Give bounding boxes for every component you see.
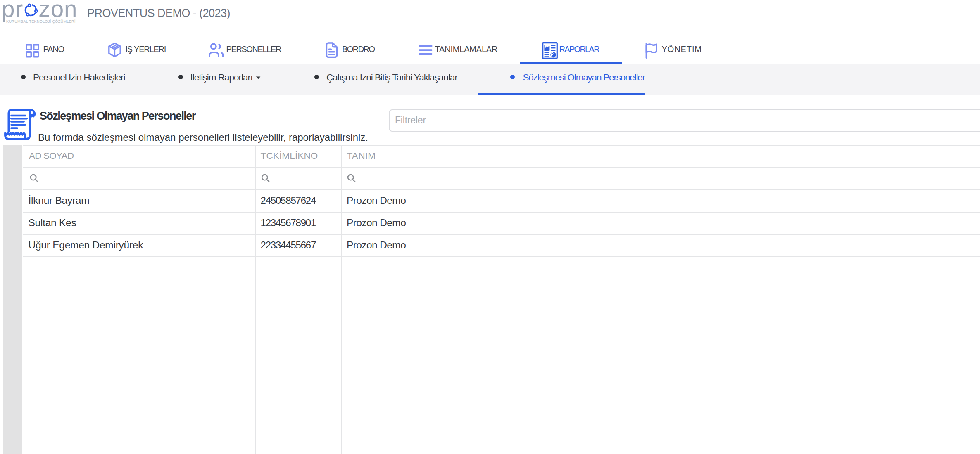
grid-line — [639, 145, 640, 454]
nav-item-tanimlamalar[interactable]: TANIMLAMALAR — [435, 45, 498, 53]
menu-lines-icon — [419, 44, 433, 56]
nav-item-personeller[interactable]: PERSONELLER — [226, 45, 281, 53]
grid-line — [23, 145, 980, 146]
cell-ad-soyad: Uğur Egemen Demiryürek — [29, 240, 143, 251]
users-icon — [208, 43, 224, 58]
caret-down-icon[interactable] — [256, 76, 261, 79]
subnav-bar — [0, 64, 980, 95]
cell-ad-soyad: İlknur Bayram — [29, 196, 90, 206]
bullet-icon — [510, 75, 515, 79]
grid-line — [255, 145, 256, 454]
report-icon — [542, 42, 558, 59]
nav-item-raporlar[interactable]: RAPORLAR — [559, 45, 599, 53]
grid-left-strip — [3, 145, 22, 454]
network-circle-icon — [24, 3, 38, 17]
brand-logo[interactable]: przon — [2, 0, 78, 21]
flag-icon — [645, 42, 659, 59]
subnav-item-personel-izin-hakedisleri[interactable]: Personel İzin Hakedişleri — [33, 73, 125, 83]
search-icon[interactable] — [30, 174, 39, 183]
cell-tanim: Prozon Demo — [347, 196, 406, 206]
grid-line — [23, 167, 980, 168]
logo-text-post: zon — [38, 0, 77, 22]
grid-icon — [26, 44, 39, 58]
cell-tckimlikno: 22334455667 — [261, 240, 316, 250]
column-header-tanim[interactable]: TANIM — [347, 151, 376, 161]
subnav-item-calisma-izni-bitis[interactable]: Çalışma İzni Bitiş Tarihi Yaklaşanlar — [326, 73, 457, 83]
app-root: { "colors": { "accent_blue": "#2e5fe0", … — [0, 0, 980, 454]
grid-line — [341, 145, 342, 454]
cell-tckimlikno: 12345678901 — [261, 218, 316, 228]
cell-tckimlikno: 24505857624 — [261, 196, 316, 206]
page-title: Sözleşmesi Olmayan Personeller — [40, 111, 195, 122]
bullet-icon — [178, 75, 183, 79]
nav-item-yonetim[interactable]: YÖNETİM — [662, 45, 702, 53]
grid-line — [23, 256, 980, 257]
cell-tanim: Prozon Demo — [347, 218, 406, 228]
nav-item-pano[interactable]: PANO — [43, 45, 64, 53]
receipt-icon — [3, 108, 36, 140]
box-icon — [108, 42, 121, 58]
grid-line — [23, 234, 980, 235]
page-subtitle: Bu formda sözleşmesi olmayan personeller… — [38, 132, 368, 142]
active-subnav-underline — [478, 93, 645, 95]
nav-item-is-yerleri[interactable]: İŞ YERLERİ — [126, 45, 166, 53]
column-header-tckimlikno[interactable]: TCKİMLİKNO — [261, 151, 318, 161]
subnav-item-iletisim-raporlari[interactable]: İletişim Raporları — [190, 73, 253, 83]
nav-item-bordro[interactable]: BORDRO — [342, 45, 374, 53]
app-title: PROVENTUS DEMO - (2023) — [87, 7, 230, 20]
filter-input[interactable] — [389, 109, 980, 132]
subnav-item-sozlesmesi-olmayan[interactable]: Sözleşmesi Olmayan Personeller — [523, 73, 645, 83]
bullet-icon — [21, 75, 26, 79]
grid-line — [23, 189, 980, 190]
search-icon[interactable] — [347, 174, 356, 183]
column-header-ad-soyad[interactable]: AD SOYAD — [29, 151, 74, 161]
cell-tanim: Prozon Demo — [347, 240, 406, 251]
logo-text-pre: pr — [2, 0, 23, 22]
cell-ad-soyad: Sultan Kes — [29, 218, 76, 228]
grid-line — [23, 212, 980, 213]
document-icon — [326, 42, 338, 58]
bullet-icon — [314, 75, 319, 79]
brand-tagline: KURUMSAL TEKNOLOJİ ÇÖZÜMLERİ — [6, 19, 76, 24]
search-icon[interactable] — [261, 174, 270, 183]
